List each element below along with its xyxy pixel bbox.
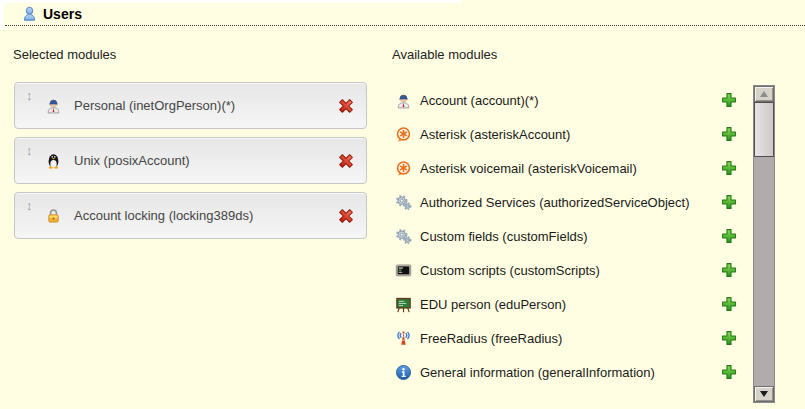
arrow-down-icon bbox=[760, 391, 768, 397]
lock-icon bbox=[45, 207, 62, 224]
asterisk-icon bbox=[395, 126, 412, 143]
green-plus-icon bbox=[721, 126, 737, 142]
module-label: General information (generalInformation) bbox=[420, 365, 655, 380]
green-plus-icon bbox=[721, 160, 737, 176]
scrollbar-track[interactable] bbox=[754, 102, 774, 386]
module-label: Custom fields (customFields) bbox=[420, 229, 588, 244]
available-module-row: Custom fields (customFields) bbox=[395, 219, 743, 253]
radius-icon bbox=[395, 330, 412, 347]
account-types-module-selection: Users Selected modules Available modules… bbox=[0, 0, 805, 409]
available-module-row: Asterisk (asteriskAccount) bbox=[395, 117, 743, 151]
module-label: Account (account)(*) bbox=[420, 93, 539, 108]
available-module-row: General information (generalInformation) bbox=[395, 355, 743, 389]
green-plus-icon bbox=[721, 92, 737, 108]
available-modules-scrollbar[interactable] bbox=[753, 85, 775, 403]
add-module-button[interactable] bbox=[721, 126, 737, 142]
add-module-button[interactable] bbox=[721, 228, 737, 244]
module-label: Asterisk (asteriskAccount) bbox=[420, 127, 570, 142]
add-module-button[interactable] bbox=[721, 92, 737, 108]
available-module-row: Authorized Services (authorizedServiceOb… bbox=[395, 185, 743, 219]
green-plus-icon bbox=[721, 262, 737, 278]
available-modules-list: Account (account)(*) Asterisk (asteriskA… bbox=[395, 83, 743, 389]
module-label: Authorized Services (authorizedServiceOb… bbox=[420, 195, 690, 210]
gears-icon bbox=[395, 228, 412, 245]
remove-module-button[interactable] bbox=[337, 207, 355, 225]
person-icon bbox=[45, 97, 62, 114]
asterisk-icon bbox=[395, 160, 412, 177]
page-title: Users bbox=[43, 6, 82, 22]
selected-module-row[interactable]: ↕ Unix (posixAccount) bbox=[14, 137, 367, 184]
info-icon bbox=[395, 364, 412, 381]
scrollbar-down-button[interactable] bbox=[754, 386, 774, 402]
remove-module-button[interactable] bbox=[337, 152, 355, 170]
board-icon bbox=[395, 296, 412, 313]
person-icon bbox=[395, 92, 412, 109]
green-plus-icon bbox=[721, 228, 737, 244]
selected-module-row[interactable]: ↕ Personal (inetOrgPerson)(*) bbox=[14, 82, 367, 129]
remove-module-button[interactable] bbox=[337, 97, 355, 115]
scrollbar-up-button[interactable] bbox=[754, 86, 774, 102]
available-module-row: EDU person (eduPerson) bbox=[395, 287, 743, 321]
available-module-row: Custom scripts (customScripts) bbox=[395, 253, 743, 287]
add-module-button[interactable] bbox=[721, 160, 737, 176]
gears-icon bbox=[395, 194, 412, 211]
selected-modules-list: ↕ Personal (inetOrgPerson)(*) ↕ Unix (po… bbox=[14, 82, 367, 247]
module-label: Asterisk voicemail (asteriskVoicemail) bbox=[420, 161, 637, 176]
page-edge-top bbox=[0, 0, 462, 3]
module-label: Personal (inetOrgPerson)(*) bbox=[74, 98, 235, 113]
green-plus-icon bbox=[721, 296, 737, 312]
add-module-button[interactable] bbox=[721, 262, 737, 278]
module-label: FreeRadius (freeRadius) bbox=[420, 331, 562, 346]
selected-modules-label: Selected modules bbox=[13, 47, 116, 62]
script-icon bbox=[395, 262, 412, 279]
module-label: EDU person (eduPerson) bbox=[420, 297, 566, 312]
module-label: Unix (posixAccount) bbox=[74, 153, 190, 168]
available-module-row: FreeRadius (freeRadius) bbox=[395, 321, 743, 355]
scrollbar-thumb[interactable] bbox=[754, 102, 774, 157]
module-label: Account locking (locking389ds) bbox=[74, 208, 253, 223]
red-cross-icon bbox=[337, 97, 355, 115]
add-module-button[interactable] bbox=[721, 330, 737, 346]
green-plus-icon bbox=[721, 330, 737, 346]
arrow-up-icon bbox=[760, 91, 768, 97]
page-edge-left bbox=[0, 0, 4, 29]
red-cross-icon bbox=[337, 152, 355, 170]
add-module-button[interactable] bbox=[721, 364, 737, 380]
add-module-button[interactable] bbox=[721, 194, 737, 210]
available-modules-label: Available modules bbox=[392, 47, 497, 62]
module-label: Custom scripts (customScripts) bbox=[420, 263, 600, 278]
drag-handle-icon[interactable]: ↕ bbox=[26, 199, 33, 212]
available-module-row: Account (account)(*) bbox=[395, 83, 743, 117]
red-cross-icon bbox=[337, 207, 355, 225]
add-module-button[interactable] bbox=[721, 296, 737, 312]
selected-module-row[interactable]: ↕ Account locking (locking389ds) bbox=[14, 192, 367, 239]
green-plus-icon bbox=[721, 364, 737, 380]
green-plus-icon bbox=[721, 194, 737, 210]
available-module-row: Asterisk voicemail (asteriskVoicemail) bbox=[395, 151, 743, 185]
drag-handle-icon[interactable]: ↕ bbox=[26, 89, 33, 102]
tux-icon bbox=[45, 152, 62, 169]
drag-handle-icon[interactable]: ↕ bbox=[26, 144, 33, 157]
header-divider bbox=[5, 25, 805, 26]
page-header: Users bbox=[22, 6, 82, 22]
users-icon bbox=[22, 6, 37, 22]
